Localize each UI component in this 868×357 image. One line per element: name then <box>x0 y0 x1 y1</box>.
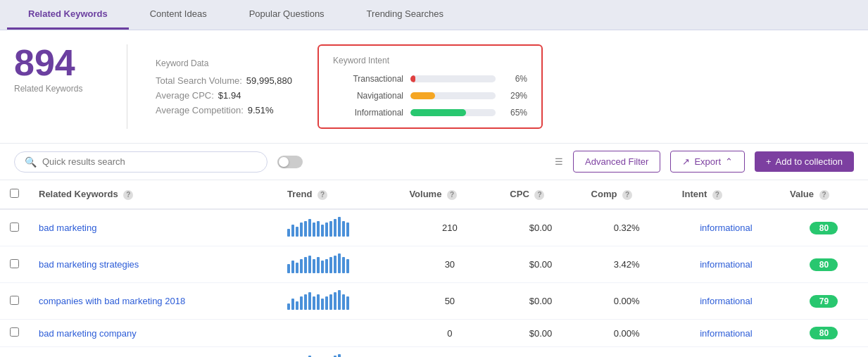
th-trend-label: Trend <box>287 189 312 199</box>
value-help-icon[interactable]: ? <box>819 190 829 200</box>
keyword-help-icon[interactable]: ? <box>123 190 133 200</box>
svg-rect-37 <box>317 294 320 310</box>
row-checkbox[interactable] <box>10 327 19 337</box>
search-input[interactable] <box>42 156 257 167</box>
intent-help-icon[interactable]: ? <box>712 190 722 200</box>
intent-row-informational: Informational 65% <box>333 108 527 118</box>
svg-rect-4 <box>304 221 307 237</box>
table-row: companies with bad marketing 2018 50 $0.… <box>0 283 868 320</box>
svg-rect-8 <box>321 225 324 237</box>
search-icon: 🔍 <box>25 156 37 168</box>
intent-pct: 65% <box>503 108 527 118</box>
row-checkbox-cell <box>0 347 29 358</box>
svg-rect-3 <box>300 223 303 237</box>
add-to-collection-button[interactable]: + Add to collection <box>755 151 854 172</box>
trend-help-icon[interactable]: ? <box>317 190 327 200</box>
svg-rect-12 <box>338 217 341 237</box>
keyword-intent-box: Keyword Intent Transactional 6% Navigati… <box>317 44 543 129</box>
trend-cell <box>277 246 399 283</box>
svg-rect-9 <box>325 223 328 237</box>
svg-rect-31 <box>291 299 294 310</box>
value-cell: 79 <box>780 283 868 320</box>
svg-rect-25 <box>329 257 332 273</box>
keyword-cell[interactable]: companies with bad marketing 2018 <box>29 283 277 320</box>
comp-cell: 0.92% <box>581 347 672 358</box>
table-wrap: Related Keywords ? Trend ? Volume ? CP <box>0 180 868 357</box>
keyword-cell[interactable]: bad marketing strategies <box>29 246 277 283</box>
value-cell: 80 <box>780 209 868 246</box>
table-header-row: Related Keywords ? Trend ? Volume ? CP <box>0 180 868 209</box>
comp-help-icon[interactable]: ? <box>622 190 632 200</box>
table-head: Related Keywords ? Trend ? Volume ? CP <box>0 180 868 209</box>
svg-rect-16 <box>291 261 294 273</box>
keyword-data-block: Keyword Data Total Search Volume: 59,995… <box>156 44 296 129</box>
svg-rect-40 <box>329 294 332 310</box>
svg-rect-42 <box>338 290 341 310</box>
trend-cell <box>277 283 399 320</box>
keyword-cell[interactable]: bad marketing <box>29 209 277 246</box>
svg-rect-6 <box>313 223 315 237</box>
svg-rect-27 <box>338 253 341 273</box>
volume-cell: 30 <box>399 246 500 283</box>
cpc-cell: $0.00 <box>500 347 581 358</box>
table-row: bad marketing strategies 30 $0.00 3.42% … <box>0 246 868 283</box>
intent-row-navigational: Navigational 29% <box>333 91 527 101</box>
table-row: bad marketing 210 $0.00 0.32% informatio… <box>0 209 868 246</box>
volume-help-icon[interactable]: ? <box>447 190 457 200</box>
comp-cell: 3.42% <box>581 246 672 283</box>
svg-rect-18 <box>300 259 303 273</box>
table-body: bad marketing 210 $0.00 0.32% informatio… <box>0 209 868 357</box>
svg-rect-22 <box>317 257 320 273</box>
svg-rect-15 <box>287 264 290 273</box>
keyword-cell[interactable]: bad marketing company <box>29 320 277 347</box>
filter-row: 🔍 ☰ Advanced Filter ↗ Export ⌃ + Add to … <box>0 144 868 180</box>
value-cell: 75 <box>780 347 868 358</box>
select-all-checkbox[interactable] <box>10 189 19 198</box>
svg-rect-38 <box>321 299 324 310</box>
th-value: Value ? <box>780 180 868 209</box>
intent-title: Keyword Intent <box>333 56 527 65</box>
svg-rect-10 <box>329 221 332 237</box>
row-checkbox[interactable] <box>10 296 19 305</box>
svg-rect-32 <box>296 301 298 310</box>
tab-trending-searches[interactable]: Trending Searches <box>346 0 465 30</box>
intent-bar-bg <box>410 109 496 116</box>
advanced-filter-button[interactable]: Advanced Filter <box>573 151 660 173</box>
svg-rect-17 <box>296 263 298 273</box>
comp-cell: 0.32% <box>581 209 672 246</box>
table-row: brand fails 390 $0.00 0.92% informationa… <box>0 347 868 358</box>
export-button[interactable]: ↗ Export ⌃ <box>670 151 745 173</box>
row-checkbox[interactable] <box>10 223 19 232</box>
keyword-data-title: Keyword Data <box>156 58 296 68</box>
add-to-collection-label: Add to collection <box>776 156 843 167</box>
table-row: bad marketing company 0 $0.00 0.00% info… <box>0 320 868 347</box>
toggle-knob <box>279 157 289 167</box>
value-badge: 80 <box>810 327 838 339</box>
trend-chart <box>287 290 349 310</box>
tab-content-ideas[interactable]: Content Ideas <box>129 0 228 30</box>
total-search-volume-label: Total Search Volume: <box>156 75 242 86</box>
tabs-bar: Related Keywords Content Ideas Popular Q… <box>0 0 868 30</box>
total-search-volume-value: 59,995,880 <box>246 75 292 86</box>
intent-cell: informational <box>672 209 780 246</box>
keyword-cell[interactable]: brand fails <box>29 347 277 358</box>
total-search-volume-row: Total Search Volume: 59,995,880 <box>156 75 296 86</box>
volume-cell: 50 <box>399 283 500 320</box>
intent-bar-bg <box>410 92 496 99</box>
avg-cpc-label: Average CPC: <box>156 90 214 101</box>
cpc-help-icon[interactable]: ? <box>534 190 544 200</box>
svg-rect-30 <box>287 303 290 310</box>
th-cpc: CPC ? <box>500 180 581 209</box>
tab-popular-questions[interactable]: Popular Questions <box>228 0 346 30</box>
tab-related-keywords[interactable]: Related Keywords <box>7 0 129 30</box>
toggle[interactable] <box>277 156 303 168</box>
toggle-switch[interactable] <box>277 156 303 168</box>
intent-label: Informational <box>333 108 403 118</box>
th-keyword: Related Keywords ? <box>29 180 277 209</box>
cpc-cell: $0.00 <box>500 246 581 283</box>
cpc-cell: $0.00 <box>500 320 581 347</box>
row-checkbox[interactable] <box>10 259 19 268</box>
intent-bar-fill <box>410 92 435 99</box>
trend-chart <box>287 217 349 237</box>
intent-cell: informational <box>672 283 780 320</box>
